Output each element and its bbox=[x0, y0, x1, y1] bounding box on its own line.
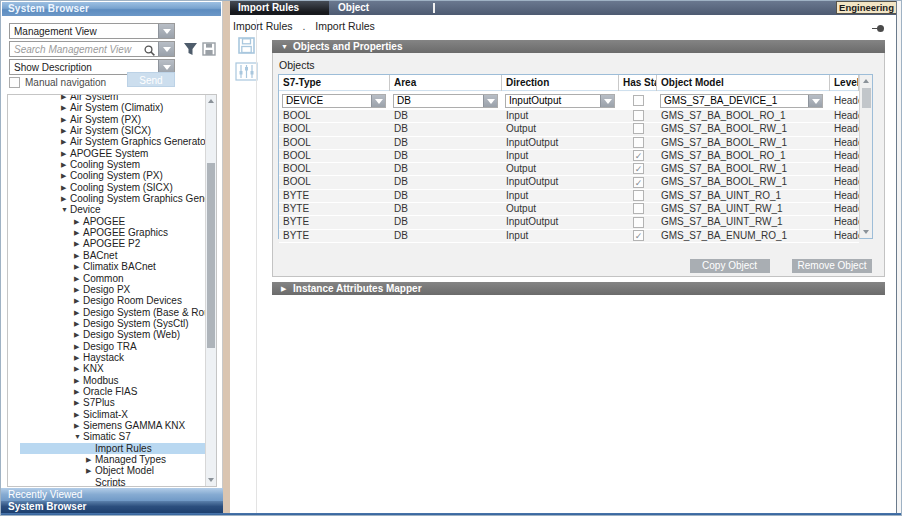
has-state-checkbox-checked[interactable]: ✓ bbox=[633, 230, 644, 241]
table-row[interactable]: BYTEDBInput✓GMS_S7_BA_ENUM_RO_1Header bbox=[279, 230, 859, 243]
tree-collapsed-icon[interactable]: ▶ bbox=[61, 125, 70, 136]
s7-type-combo[interactable]: DEVICE bbox=[282, 94, 386, 108]
column-header-object-model[interactable]: Object Model bbox=[657, 75, 830, 91]
column-header-s7-type[interactable]: S7-Type bbox=[279, 75, 390, 91]
tree-item-import-rules[interactable]: Import Rules bbox=[20, 443, 205, 454]
has-state-checkbox-checked[interactable]: ✓ bbox=[633, 177, 644, 188]
tree-collapsed-icon[interactable]: ▶ bbox=[61, 170, 70, 181]
tree-item-siclimat-x[interactable]: ▶Siclimat-X bbox=[8, 409, 205, 420]
tree-item-s7plus[interactable]: ▶S7Plus bbox=[8, 397, 205, 408]
column-header-direction[interactable]: Direction bbox=[502, 75, 619, 91]
table-row[interactable]: BOOLDBInput✓GMS_S7_BA_BOOL_RO_1Header bbox=[279, 150, 859, 163]
table-row[interactable]: BOOLDBInputGMS_S7_BA_BOOL_RO_1Header bbox=[279, 110, 859, 123]
tree-item-scripts[interactable]: Scripts bbox=[8, 477, 205, 487]
search-dropdown-icon[interactable] bbox=[158, 42, 174, 56]
tree-item-desigo-system-base-router[interactable]: ▶Desigo System (Base & Router) bbox=[8, 307, 205, 318]
tree-item-simatic-s7[interactable]: ▼Simatic S7 bbox=[8, 431, 205, 442]
object-model-combo[interactable]: GMS_S7_BA_DEVICE_1 bbox=[660, 94, 823, 108]
tree-collapsed-icon[interactable]: ▶ bbox=[74, 352, 83, 363]
tree-item-apogee[interactable]: ▶APOGEE bbox=[8, 216, 205, 227]
section-instance-attributes-mapper[interactable]: ▶Instance Attributes Mapper bbox=[272, 282, 885, 295]
table-row[interactable]: BOOLDBInputOutput✓GMS_S7_BA_BOOL_RW_1Hea… bbox=[279, 176, 859, 189]
tree-collapsed-icon[interactable]: ▶ bbox=[61, 148, 70, 159]
has-state-checkbox-unchecked[interactable] bbox=[633, 217, 644, 228]
tree-item-device[interactable]: ▼Device bbox=[8, 204, 205, 215]
copy-object-button[interactable]: Copy Object bbox=[690, 259, 770, 273]
send-button[interactable]: Send bbox=[127, 72, 175, 87]
tree-item-apogee-graphics[interactable]: ▶APOGEE Graphics bbox=[8, 227, 205, 238]
tree-item-desigo-system-web[interactable]: ▶Desigo System (Web) bbox=[8, 329, 205, 340]
has-state-checkbox-unchecked[interactable] bbox=[633, 95, 644, 106]
tree-collapsed-icon[interactable]: ▶ bbox=[74, 397, 83, 408]
manual-navigation-checkbox[interactable] bbox=[9, 77, 20, 88]
tree-item-air-system-sicx[interactable]: ▶Air System (SICX) bbox=[8, 125, 205, 136]
tree-collapsed-icon[interactable]: ▶ bbox=[61, 136, 70, 147]
table-row[interactable]: BOOLDBOutputGMS_S7_BA_BOOL_RW_1Header bbox=[279, 123, 859, 136]
tree-item-modbus[interactable]: ▶Modbus bbox=[8, 375, 205, 386]
tree-item-desigo-room-devices[interactable]: ▶Desigo Room Devices bbox=[8, 295, 205, 306]
column-header-area[interactable]: Area bbox=[390, 75, 502, 91]
tab-object-configurator[interactable]: Object Configurator bbox=[330, 1, 432, 15]
recently-viewed-bar[interactable]: Recently Viewed bbox=[1, 488, 223, 501]
table-row[interactable]: BYTEDBOutputGMS_S7_BA_UINT_RW_1Header bbox=[279, 203, 859, 216]
scroll-up-icon[interactable] bbox=[208, 99, 214, 103]
has-state-checkbox-checked[interactable]: ✓ bbox=[633, 163, 644, 174]
chevron-down-icon[interactable] bbox=[483, 95, 497, 107]
area-combo[interactable]: DB bbox=[393, 94, 498, 108]
has-state-checkbox-unchecked[interactable] bbox=[633, 123, 644, 134]
chevron-down-icon[interactable] bbox=[158, 24, 174, 38]
tree-scrollbar-thumb[interactable] bbox=[207, 163, 215, 348]
tree-item-desigo-tra[interactable]: ▶Desigo TRA bbox=[8, 341, 205, 352]
table-scrollbar[interactable] bbox=[859, 75, 872, 238]
tree-item-desigo-px[interactable]: ▶Desigo PX bbox=[8, 284, 205, 295]
tree-item-cooling-system-sicx[interactable]: ▶Cooling System (SICX) bbox=[8, 182, 205, 193]
tree-item-bacnet[interactable]: ▶BACnet bbox=[8, 250, 205, 261]
tree-collapsed-icon[interactable]: ▶ bbox=[74, 329, 83, 340]
tree-item-air-system-graphics-generator-px[interactable]: ▶Air System Graphics Generator (PX) bbox=[8, 136, 205, 147]
tree-collapsed-icon[interactable]: ▶ bbox=[74, 261, 83, 272]
tree-item-cooling-system-graphics-generator-px[interactable]: ▶Cooling System Graphics Generator (PX) bbox=[8, 193, 205, 204]
has-state-checkbox-unchecked[interactable] bbox=[633, 203, 644, 214]
section-objects-and-properties[interactable]: ▼Objects and Properties bbox=[272, 40, 885, 53]
tab-import-rules[interactable]: Import Rules bbox=[230, 1, 329, 15]
tree-item-oracle-fias[interactable]: ▶Oracle FIAS bbox=[8, 386, 205, 397]
tree-item-common[interactable]: ▶Common bbox=[8, 273, 205, 284]
tree-collapsed-icon[interactable]: ▶ bbox=[61, 114, 70, 125]
tree-collapsed-icon[interactable]: ▶ bbox=[61, 94, 70, 102]
panel-splitter[interactable] bbox=[223, 1, 230, 513]
tree-collapsed-icon[interactable]: ▶ bbox=[74, 420, 83, 431]
management-view-combo[interactable]: Management View bbox=[9, 23, 175, 39]
tree-scrollbar[interactable] bbox=[205, 95, 216, 486]
table-scrollbar-thumb[interactable] bbox=[862, 88, 871, 108]
tree-expanded-icon[interactable]: ▼ bbox=[61, 204, 70, 215]
tree-collapsed-icon[interactable]: ▶ bbox=[74, 273, 83, 284]
tree-collapsed-icon[interactable]: ▶ bbox=[74, 375, 83, 386]
tree-collapsed-icon[interactable]: ▶ bbox=[74, 238, 83, 249]
search-input[interactable]: Search Management View bbox=[9, 41, 175, 57]
has-state-checkbox-unchecked[interactable] bbox=[633, 110, 644, 121]
column-header-level[interactable]: Level bbox=[830, 75, 859, 91]
tree-collapsed-icon[interactable]: ▶ bbox=[86, 454, 95, 465]
scroll-down-icon[interactable] bbox=[863, 230, 869, 234]
collapse-expanded-icon[interactable]: ▼ bbox=[281, 40, 293, 53]
filter-icon[interactable] bbox=[183, 42, 198, 60]
engineering-mode-badge[interactable]: Engineering bbox=[836, 1, 897, 14]
tree-item-object-model[interactable]: ▶Object Model bbox=[8, 465, 205, 476]
tree-item-managed-types[interactable]: ▶Managed Types bbox=[8, 454, 205, 465]
save-view-icon[interactable] bbox=[202, 42, 216, 60]
tree-collapsed-icon[interactable]: ▶ bbox=[74, 363, 83, 374]
tree-item-cooling-system[interactable]: ▶Cooling System bbox=[8, 159, 205, 170]
scroll-down-icon[interactable] bbox=[208, 478, 214, 482]
tree-expanded-icon[interactable]: ▼ bbox=[74, 431, 83, 442]
tree-item-cooling-system-px[interactable]: ▶Cooling System (PX) bbox=[8, 170, 205, 181]
collapse-collapsed-icon[interactable]: ▶ bbox=[281, 282, 293, 295]
breadcrumb-current[interactable]: Import Rules bbox=[315, 20, 375, 32]
table-row[interactable]: BOOLDBOutput✓GMS_S7_BA_BOOL_RW_1Header bbox=[279, 163, 859, 176]
tree-collapsed-icon[interactable]: ▶ bbox=[86, 465, 95, 476]
tree-collapsed-icon[interactable]: ▶ bbox=[61, 193, 70, 204]
has-state-checkbox-unchecked[interactable] bbox=[633, 190, 644, 201]
tree-collapsed-icon[interactable]: ▶ bbox=[61, 159, 70, 170]
tree-collapsed-icon[interactable]: ▶ bbox=[74, 227, 83, 238]
tree-collapsed-icon[interactable]: ▶ bbox=[74, 341, 83, 352]
tree-item-haystack[interactable]: ▶Haystack bbox=[8, 352, 205, 363]
